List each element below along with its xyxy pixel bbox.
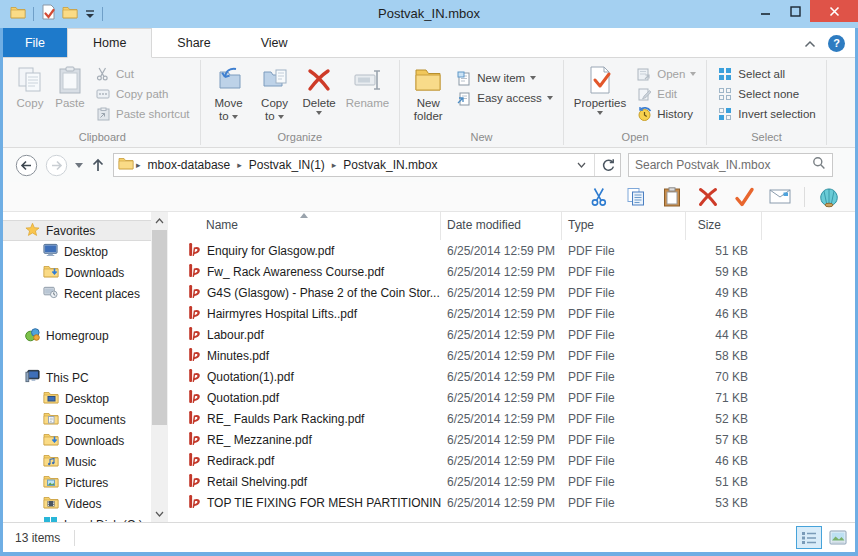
shell-icon[interactable] <box>817 185 841 209</box>
up-button[interactable] <box>90 157 106 173</box>
new-folder-button[interactable]: New folder <box>406 62 450 125</box>
file-name: Fw_ Rack Awareness Course.pdf <box>207 265 384 279</box>
paste-button[interactable]: Paste <box>51 62 89 112</box>
forward-button[interactable] <box>45 154 68 177</box>
breadcrumb[interactable]: ▸ mbox-database ▸ Postvak_IN(1) ▸ Postva… <box>113 153 621 177</box>
folder-icon <box>118 156 134 174</box>
delete-icon[interactable] <box>696 185 720 209</box>
file-type: PDF File <box>562 391 686 405</box>
recent-locations-caret-icon[interactable] <box>75 163 83 168</box>
paste-icon[interactable] <box>660 185 684 209</box>
tab-home[interactable]: Home <box>67 28 152 58</box>
group-label-open: Open <box>564 129 707 147</box>
dropdown-caret-icon <box>278 115 284 119</box>
pdf-file-icon <box>188 305 201 323</box>
thumbnail-view-button[interactable] <box>825 526 851 549</box>
file-row[interactable]: Enquiry for Glasgow.pdf 6/25/2014 12:59 … <box>168 240 855 261</box>
sidebar-item-pc-desktop[interactable]: Desktop <box>3 388 151 409</box>
breadcrumb-item[interactable]: Postvak_IN(1) <box>244 158 330 172</box>
minimize-button[interactable] <box>750 0 780 22</box>
paste-shortcut-button[interactable]: Paste shortcut <box>91 104 194 124</box>
copy-path-button[interactable]: Copy path <box>91 84 194 104</box>
dropdown-caret-icon <box>597 111 603 115</box>
column-header-size[interactable]: Size <box>686 212 762 240</box>
back-button[interactable] <box>15 154 38 177</box>
breadcrumb-item[interactable]: mbox-database <box>143 158 236 172</box>
scroll-down-icon[interactable] <box>151 505 168 522</box>
new-item-button[interactable]: New item <box>452 68 557 88</box>
file-size: 71 KB <box>686 391 762 405</box>
sidebar-item-recent-places[interactable]: Recent places <box>3 283 151 304</box>
search-icon[interactable] <box>812 156 826 174</box>
file-row[interactable]: RE_ Mezzanine.pdf 6/25/2014 12:59 PM PDF… <box>168 429 855 450</box>
copy-to-button[interactable]: Copy to <box>253 62 297 125</box>
invert-selection-button[interactable]: Invert selection <box>713 104 819 124</box>
sidebar-item-documents[interactable]: Documents <box>3 409 151 430</box>
tab-view[interactable]: View <box>236 28 313 57</box>
computer-icon <box>25 369 40 386</box>
select-all-button[interactable]: Select all <box>713 64 819 84</box>
checkmark-icon[interactable] <box>732 185 756 209</box>
cut-button[interactable]: Cut <box>91 64 194 84</box>
file-date-modified: 6/25/2014 12:59 PM <box>441 433 562 447</box>
file-row[interactable]: Minutes.pdf 6/25/2014 12:59 PM PDF File … <box>168 345 855 366</box>
search-box <box>628 153 833 177</box>
sidebar-item-this-pc[interactable]: This PC <box>3 367 151 388</box>
history-button[interactable]: History <box>632 104 700 124</box>
sidebar-scrollbar[interactable] <box>151 212 168 522</box>
select-none-button[interactable]: Select none <box>713 84 819 104</box>
minimize-ribbon-icon[interactable] <box>804 34 816 52</box>
scroll-up-icon[interactable] <box>151 212 168 229</box>
file-row[interactable]: Quotation(1).pdf 6/25/2014 12:59 PM PDF … <box>168 366 855 387</box>
address-dropdown-caret-icon[interactable] <box>569 160 594 170</box>
file-size: 46 KB <box>686 454 762 468</box>
file-row[interactable]: RE_ Faulds Park Racking.pdf 6/25/2014 12… <box>168 408 855 429</box>
breadcrumb-item[interactable]: Postvak_IN.mbox <box>338 158 442 172</box>
easy-access-button[interactable]: Easy access <box>452 88 557 108</box>
file-row[interactable]: Redirack.pdf 6/25/2014 12:59 PM PDF File… <box>168 450 855 471</box>
help-icon[interactable]: ? <box>828 35 845 52</box>
maximize-button[interactable] <box>780 0 810 22</box>
open-icon <box>636 66 652 82</box>
scrollbar-thumb[interactable] <box>152 230 167 425</box>
details-view-button[interactable] <box>796 526 822 549</box>
file-row[interactable]: Labour.pdf 6/25/2014 12:59 PM PDF File 4… <box>168 324 855 345</box>
column-header-name[interactable]: Name <box>168 212 441 240</box>
mail-icon[interactable] <box>768 185 792 209</box>
sidebar-item-favorites[interactable]: Favorites <box>3 220 151 241</box>
copy-icon[interactable] <box>624 185 648 209</box>
properties-button[interactable]: Properties <box>570 62 630 117</box>
open-button[interactable]: Open <box>632 64 700 84</box>
sidebar-item-downloads[interactable]: Downloads <box>3 262 151 283</box>
close-button[interactable] <box>810 0 858 22</box>
sidebar-item-videos[interactable]: Videos <box>3 493 151 514</box>
column-header-type[interactable]: Type <box>562 212 686 240</box>
file-row[interactable]: Fw_ Rack Awareness Course.pdf 6/25/2014 … <box>168 261 855 282</box>
dropdown-caret-icon <box>690 72 696 76</box>
copy-button[interactable]: Copy <box>11 62 49 112</box>
column-header-date-modified[interactable]: Date modified <box>441 212 562 240</box>
file-row[interactable]: Quotation.pdf 6/25/2014 12:59 PM PDF Fil… <box>168 387 855 408</box>
file-row[interactable]: Hairmyres Hospital Lifts..pdf 6/25/2014 … <box>168 303 855 324</box>
sidebar-item-pc-downloads[interactable]: Downloads <box>3 430 151 451</box>
tab-file[interactable]: File <box>3 28 67 57</box>
tab-share[interactable]: Share <box>152 28 235 57</box>
sidebar-item-desktop[interactable]: Desktop <box>3 241 151 262</box>
file-type: PDF File <box>562 412 686 426</box>
file-row[interactable]: Retail Shelving.pdf 6/25/2014 12:59 PM P… <box>168 471 855 492</box>
file-type: PDF File <box>562 349 686 363</box>
sidebar-item-pictures[interactable]: Pictures <box>3 472 151 493</box>
sidebar-item-homegroup[interactable]: Homegroup <box>3 325 151 346</box>
delete-button[interactable]: Delete <box>299 62 340 117</box>
sidebar-item-local-disk[interactable]: Local Disk (C:) <box>3 514 151 522</box>
select-all-icon <box>717 66 733 82</box>
move-to-button[interactable]: Move to <box>207 62 251 125</box>
file-row[interactable]: G4S (Glasgow) - Phase 2 of the Coin Stor… <box>168 282 855 303</box>
rename-button[interactable]: Rename <box>342 62 393 112</box>
search-input[interactable] <box>635 158 812 172</box>
cut-icon[interactable] <box>588 185 612 209</box>
file-row[interactable]: TOP TIE FIXING FOR MESH PARTITIONIN... 6… <box>168 492 855 513</box>
edit-button[interactable]: Edit <box>632 84 700 104</box>
refresh-button[interactable] <box>594 154 620 176</box>
sidebar-item-music[interactable]: Music <box>3 451 151 472</box>
